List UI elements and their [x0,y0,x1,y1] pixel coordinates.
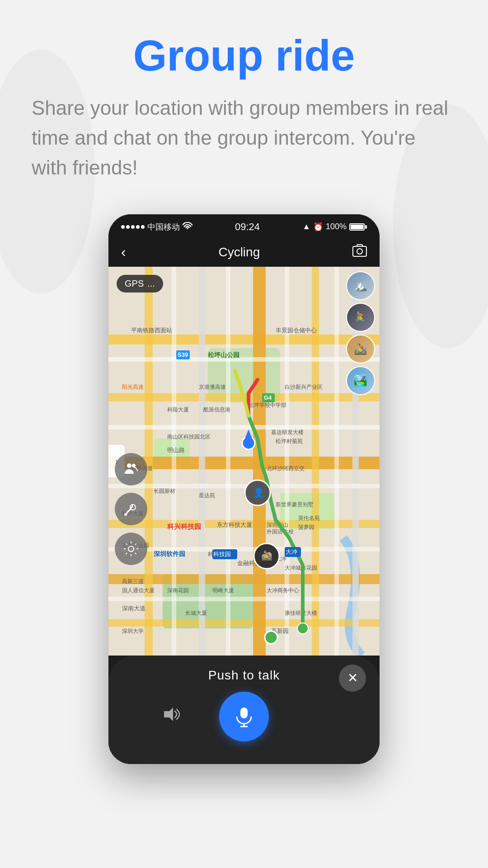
wifi-icon [183,222,192,231]
svg-text:丰景园仓储中心: 丰景园仓储中心 [276,327,317,334]
svg-point-81 [297,623,308,634]
svg-text:深南花园: 深南花园 [167,587,189,594]
svg-rect-6 [357,245,362,246]
signal-dot [121,225,125,229]
nav-title: Cycling [218,245,260,259]
svg-text:菠萝园: 菠萝园 [298,524,314,530]
svg-rect-28 [172,267,176,656]
phone-frame: 中国移动 09:24 ▲ ⏰ 100% [108,214,380,764]
ptt-area: ✕ Push to talk [108,656,380,764]
page-subtitle: Share your location with group members i… [27,93,461,183]
svg-point-80 [265,631,277,644]
svg-text:🚵: 🚵 [261,550,272,561]
battery-fill [351,225,363,229]
location-arrow-icon: ▲ [302,222,310,231]
svg-rect-29 [226,267,230,656]
svg-text:北环沙河西立交: 北环沙河西立交 [267,465,305,472]
avatar-img-3: 🚵 [347,335,374,363]
left-controls [115,453,147,565]
status-right: ▲ ⏰ 100% [302,222,367,232]
svg-text:平南铁路西面站: 平南铁路西面站 [131,327,172,334]
svg-point-97 [128,546,134,552]
ptt-semicircle: ✕ Push to talk [108,656,380,764]
side-avatar-1[interactable]: 🏔️ [346,271,375,300]
svg-text:长城大厦: 长城大厦 [185,610,207,616]
svg-text:松坪山公园: 松坪山公园 [207,351,239,359]
svg-text:大冲商务中心: 大冲商务中心 [267,587,299,594]
page-wrapper: Group ride Share your location with grou… [0,0,488,868]
svg-text:科技园: 科技园 [213,551,231,557]
status-bar: 中国移动 09:24 ▲ ⏰ 100% [108,214,380,238]
svg-text:👤: 👤 [253,487,264,498]
battery-body [349,223,365,231]
svg-marker-98 [164,708,173,721]
svg-text:松坪学校中学部: 松坪学校中学部 [249,402,286,408]
header-section: Group ride Share your location with grou… [0,0,488,196]
back-button[interactable]: ‹ [121,244,126,260]
svg-text:科兴科技园: 科兴科技园 [167,523,201,530]
svg-point-90 [127,463,131,468]
side-avatars: 🏔️ 🚴 🚵 🏞️ [346,271,375,395]
ptt-row [108,692,380,741]
svg-text:嘉达研发大楼: 嘉达研发大楼 [271,429,304,435]
svg-text:明峰大厦: 明峰大厦 [212,587,234,594]
side-avatar-3[interactable]: 🚵 [346,335,375,363]
signal-dots [121,225,145,229]
signal-dot [131,225,135,229]
gps-label: GPS [125,278,144,289]
svg-rect-30 [285,267,289,656]
svg-text:明山路: 明山路 [167,447,185,453]
svg-text:新世界豪景别墅: 新世界豪景别墅 [276,501,314,508]
settings-button[interactable] [115,533,147,565]
svg-rect-4 [353,246,366,256]
svg-point-5 [357,249,362,254]
ptt-volume-button[interactable] [163,706,183,727]
status-time: 09:24 [235,221,260,233]
svg-text:星达苑: 星达苑 [199,492,215,499]
svg-text:深圳软件园: 深圳软件园 [154,550,185,557]
battery-tip [365,225,367,229]
status-left: 中国移动 [121,222,192,232]
svg-point-91 [132,464,136,467]
svg-text:松坪村菊苑: 松坪村菊苑 [276,438,303,444]
camera-button[interactable] [352,244,367,260]
ptt-label: Push to talk [208,668,280,683]
nav-bar: ‹ Cycling [108,238,380,267]
ptt-mic-button[interactable] [219,692,269,741]
avatar-img-1: 🏔️ [347,272,374,299]
avatar-img-4: 🏞️ [347,367,374,394]
signal-dot [126,225,130,229]
svg-text:国人通信大厦: 国人通信大厦 [122,587,155,594]
svg-text:深圳大学: 深圳大学 [122,628,144,634]
svg-text:大冲: 大冲 [286,548,297,555]
svg-text:京港澳高速: 京港澳高速 [199,384,226,390]
svg-text:深南大道: 深南大道 [122,605,145,612]
svg-text:南山区科技园北区: 南山区科技园北区 [167,434,211,440]
svg-text:长园新材: 长园新材 [154,488,175,494]
alarm-icon: ⏰ [313,222,323,232]
map-area[interactable]: 平南铁路西面站 丰景园仓储中心 阳光高速 京港澳高速 白沙新兴产业区 科陆大厦 … [108,267,380,656]
signal-dot [136,225,140,229]
svg-point-74 [242,437,255,449]
svg-text:东方科技大厦: 东方科技大厦 [217,521,252,528]
signal-dot [141,225,145,229]
svg-rect-99 [240,708,248,718]
carrier-label: 中国移动 [147,222,180,232]
svg-text:阳光高速: 阳光高速 [122,384,144,390]
side-avatar-2[interactable]: 🚴 [346,303,375,332]
svg-text:白沙新兴产业区: 白沙新兴产业区 [285,384,323,390]
gps-dots: ... [147,278,155,289]
svg-text:G4: G4 [264,394,272,401]
battery-label: 100% [326,222,347,231]
ptt-close-button[interactable]: ✕ [339,665,366,692]
battery-icon [349,223,367,231]
gps-badge: GPS ... [117,275,163,292]
group-button[interactable] [115,453,147,486]
svg-rect-31 [334,267,339,656]
satellite-button[interactable] [115,493,147,525]
svg-text:科陆大厦: 科陆大厦 [167,406,189,413]
svg-text:英伦名苑: 英伦名苑 [298,515,320,521]
svg-text:外国语学校: 外国语学校 [267,528,294,535]
avatar-img-2: 🚴 [347,304,374,331]
side-avatar-4[interactable]: 🏞️ [346,366,375,395]
